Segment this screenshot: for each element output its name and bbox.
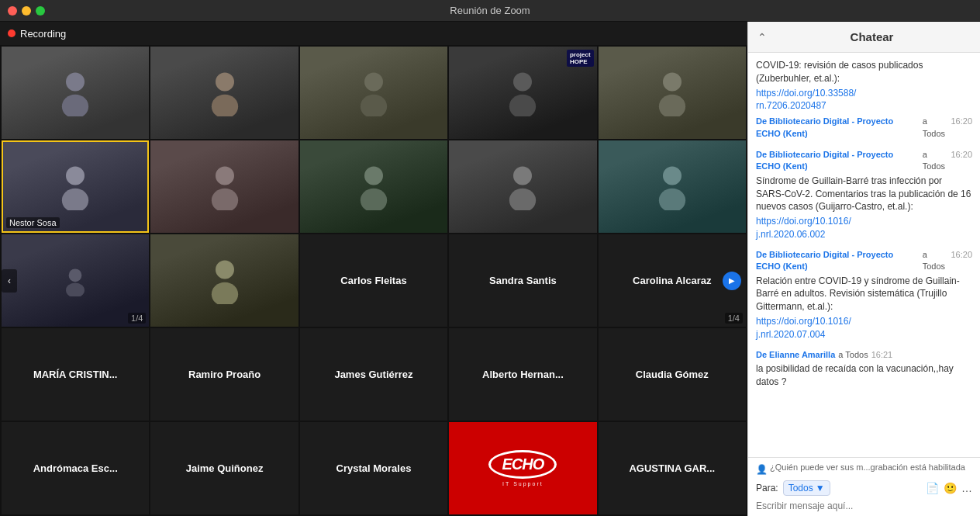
chat-collapse-icon[interactable]: ⌃ — [757, 31, 767, 43]
video-cell-ramiro[interactable]: Ramiro Proaño — [150, 328, 298, 421]
chat-link-1[interactable]: https://doi.org/10.33588/rn.7206.2020487 — [756, 88, 856, 112]
chat-recipient-value: Todos — [788, 483, 813, 493]
svg-point-17 — [509, 188, 536, 210]
person-silhouette — [503, 70, 542, 116]
recording-indicator — [8, 29, 16, 37]
chat-to-row: Para: Todos ▼ 📄 🙂 … — [756, 480, 972, 496]
video-cell-alberto[interactable]: Alberto Hernan... — [449, 328, 596, 421]
video-cell-andromaca[interactable]: Andrómaca Esc... — [2, 422, 149, 514]
play-button[interactable]: ▶ — [723, 272, 741, 290]
participant-name-nestor: Nestor Sosa — [6, 217, 60, 228]
video-cell-sandra[interactable]: Sandra Santis — [449, 234, 596, 327]
chat-title: Chatear — [773, 30, 971, 43]
video-cell-9[interactable] — [449, 140, 596, 233]
chat-messages[interactable]: COVID-19: revisión de casos publicados (… — [748, 53, 980, 457]
titlebar: Reunión de Zoom — [0, 0, 980, 22]
video-cell-10[interactable] — [599, 140, 746, 233]
chat-sender-3: De Bibliotecario Digital - Proyecto ECHO… — [756, 249, 920, 273]
video-cell-nav-left[interactable]: ‹ 1/4 — [2, 234, 149, 327]
participant-name-jaime: Jaime Quiñonez — [183, 459, 267, 477]
person-silhouette — [354, 164, 393, 210]
participant-name-claudia: Claudia Gómez — [633, 365, 712, 383]
participant-name-andromaca: Andrómaca Esc... — [30, 459, 121, 477]
chat-input-row[interactable] — [756, 500, 972, 511]
close-button[interactable] — [8, 6, 17, 16]
person-silhouette — [205, 70, 244, 116]
video-grid: projectHOPE Nestor Sosa — [0, 45, 747, 516]
fullscreen-button[interactable] — [36, 6, 45, 16]
participant-name-alberto: Alberto Hernan... — [479, 365, 567, 383]
who-can-see-text: ¿Quién puede ver sus m...grabación está … — [770, 462, 965, 472]
video-cell-jaime[interactable]: Jaime Quiñonez — [150, 422, 298, 514]
participant-name-sandra: Sandra Santis — [486, 272, 560, 289]
video-cell-5[interactable] — [599, 47, 746, 139]
more-options-icon[interactable]: … — [961, 482, 972, 494]
chat-message-3: De Bibliotecario Digital - Proyecto ECHO… — [756, 249, 972, 341]
svg-point-3 — [211, 94, 237, 116]
participant-name-maria: MARÍA CRISTIN... — [30, 365, 121, 383]
chat-panel: ⌃ Chatear COVID-19: revisión de casos pu… — [747, 22, 980, 516]
svg-point-16 — [513, 166, 532, 185]
chat-sender-1: De Bibliotecario Digital - Proyecto ECHO… — [756, 116, 920, 140]
chat-link-3[interactable]: https://doi.org/10.1016/j.nrl.2020.07.00… — [756, 316, 851, 340]
minimize-button[interactable] — [22, 6, 31, 16]
video-cell-james[interactable]: James Gutiérrez — [300, 328, 447, 421]
person-silhouette — [653, 164, 692, 210]
svg-point-20 — [69, 268, 82, 282]
video-cell-nestor[interactable]: Nestor Sosa — [2, 140, 149, 233]
video-cell-crystal[interactable]: Crystal Morales — [300, 422, 447, 514]
svg-point-23 — [211, 282, 237, 303]
svg-point-1 — [62, 94, 88, 116]
chat-sender-2: De Bibliotecario Digital - Proyecto ECHO… — [756, 149, 920, 173]
svg-point-4 — [364, 72, 383, 91]
chat-footer: 👤 ¿Quién puede ver sus m...grabación est… — [748, 457, 980, 516]
svg-point-6 — [513, 72, 532, 91]
chat-header: ⌃ Chatear — [748, 22, 980, 53]
participant-name-james: James Gutiérrez — [331, 365, 416, 383]
chat-message-1: COVID-19: revisión de casos publicados (… — [756, 59, 972, 141]
chat-message-2: De Bibliotecario Digital - Proyecto ECHO… — [756, 149, 972, 241]
video-cell-echo[interactable]: ECHO IT Support — [449, 422, 596, 514]
video-cell-claudia[interactable]: Claudia Gómez — [599, 328, 746, 421]
svg-point-22 — [216, 260, 234, 279]
person-silhouette — [56, 70, 95, 116]
chat-message-4: De Elianne Amarilla a Todos 16:21 la pos… — [756, 349, 972, 389]
video-cell-carlos[interactable]: Carlos Fleitas — [300, 234, 447, 327]
svg-point-2 — [216, 72, 234, 91]
video-cell-8[interactable] — [300, 140, 447, 233]
file-attach-icon[interactable]: 📄 — [926, 482, 939, 494]
echo-logo-text: ECHO — [502, 455, 543, 473]
video-area: Recording — [0, 22, 747, 516]
person-icon: 👤 — [756, 464, 768, 475]
svg-point-21 — [66, 282, 85, 296]
chat-recipient-select[interactable]: Todos ▼ — [783, 480, 830, 496]
participant-name-carolina: Carolina Alcaraz — [630, 272, 714, 289]
video-cell-1[interactable] — [2, 47, 149, 139]
svg-point-8 — [663, 72, 682, 91]
echo-logo-subtitle: IT Support — [502, 481, 543, 487]
video-cell-7[interactable] — [150, 140, 298, 233]
person-silhouette — [354, 70, 393, 116]
video-cell-2[interactable] — [150, 47, 298, 139]
svg-point-7 — [509, 94, 536, 116]
svg-point-11 — [62, 188, 88, 210]
nav-left-arrow[interactable]: ‹ — [2, 269, 17, 293]
video-cell-3[interactable] — [300, 47, 447, 139]
video-cell-agustina[interactable]: AGUSTINA GAR... — [599, 422, 746, 514]
chat-message-input[interactable] — [756, 500, 972, 511]
person-silhouette — [205, 258, 244, 304]
emoji-icon[interactable]: 🙂 — [944, 482, 957, 494]
chat-link-2[interactable]: https://doi.org/10.1016/j.nrl.2020.06.00… — [756, 216, 851, 240]
video-cell-maria[interactable]: MARÍA CRISTIN... — [2, 328, 149, 421]
video-cell-12[interactable] — [150, 234, 298, 327]
svg-point-19 — [659, 188, 685, 210]
video-cell-4[interactable]: projectHOPE — [449, 47, 596, 139]
recording-label: Recording — [20, 28, 66, 40]
svg-point-0 — [66, 72, 85, 91]
project-hope-badge: projectHOPE — [567, 50, 594, 67]
svg-point-12 — [216, 166, 234, 185]
video-cell-carolina[interactable]: Carolina Alcaraz ▶ 1/4 — [599, 234, 746, 327]
main-layout: Recording — [0, 22, 980, 516]
participant-name-carlos: Carlos Fleitas — [337, 272, 409, 289]
svg-point-9 — [659, 94, 685, 116]
